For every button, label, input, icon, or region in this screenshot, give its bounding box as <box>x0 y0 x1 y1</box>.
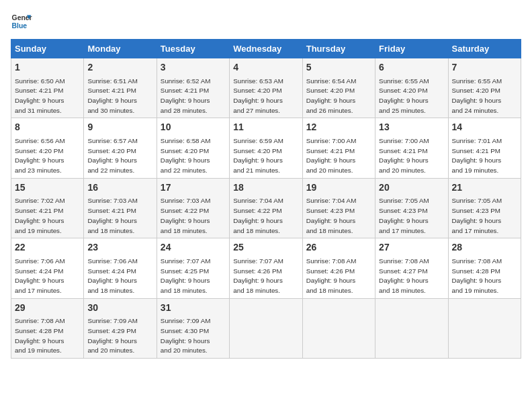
day-number: 6 <box>379 61 444 75</box>
weekday-header-thursday: Thursday <box>302 40 375 58</box>
day-cell-28: 28Sunrise: 7:08 AMSunset: 4:28 PMDayligh… <box>448 238 521 298</box>
day-info: Sunrise: 7:00 AMSunset: 4:21 PMDaylight:… <box>306 137 357 174</box>
svg-text:Blue: Blue <box>12 22 28 30</box>
day-number: 26 <box>306 241 371 255</box>
day-cell-7: 7Sunrise: 6:55 AMSunset: 4:20 PMDaylight… <box>448 58 521 118</box>
logo-icon: General Blue <box>11 11 32 32</box>
day-cell-8: 8Sunrise: 6:56 AMSunset: 4:20 PMDaylight… <box>11 118 84 178</box>
day-number: 14 <box>452 121 517 134</box>
day-info: Sunrise: 7:02 AMSunset: 4:21 PMDaylight:… <box>15 197 65 234</box>
day-info: Sunrise: 7:03 AMSunset: 4:22 PMDaylight:… <box>161 197 211 234</box>
day-cell-30: 30Sunrise: 7:09 AMSunset: 4:29 PMDayligh… <box>84 298 157 358</box>
day-info: Sunrise: 6:52 AMSunset: 4:21 PMDaylight:… <box>161 77 211 114</box>
day-cell-15: 15Sunrise: 7:02 AMSunset: 4:21 PMDayligh… <box>11 178 84 238</box>
day-cell-2: 2Sunrise: 6:51 AMSunset: 4:21 PMDaylight… <box>84 58 157 118</box>
day-number: 9 <box>87 121 152 134</box>
day-number: 22 <box>15 241 80 255</box>
day-cell-24: 24Sunrise: 7:07 AMSunset: 4:25 PMDayligh… <box>157 238 229 298</box>
calendar-table: SundayMondayTuesdayWednesdayThursdayFrid… <box>11 39 521 359</box>
calendar-week-row: 8Sunrise: 6:56 AMSunset: 4:20 PMDaylight… <box>11 118 521 178</box>
day-number: 11 <box>233 121 298 134</box>
day-info: Sunrise: 6:57 AMSunset: 4:20 PMDaylight:… <box>87 137 138 174</box>
day-info: Sunrise: 7:08 AMSunset: 4:28 PMDaylight:… <box>15 317 65 354</box>
day-cell-1: 1Sunrise: 6:50 AMSunset: 4:21 PMDaylight… <box>11 58 84 118</box>
day-info: Sunrise: 7:06 AMSunset: 4:24 PMDaylight:… <box>87 257 138 294</box>
day-number: 13 <box>379 121 444 134</box>
day-info: Sunrise: 6:54 AMSunset: 4:20 PMDaylight:… <box>306 77 357 114</box>
day-info: Sunrise: 6:56 AMSunset: 4:20 PMDaylight:… <box>15 137 65 174</box>
day-cell-13: 13Sunrise: 7:00 AMSunset: 4:21 PMDayligh… <box>375 118 448 178</box>
day-cell-27: 27Sunrise: 7:08 AMSunset: 4:27 PMDayligh… <box>375 238 448 298</box>
calendar-week-row: 15Sunrise: 7:02 AMSunset: 4:21 PMDayligh… <box>11 178 521 238</box>
day-cell-14: 14Sunrise: 7:01 AMSunset: 4:21 PMDayligh… <box>448 118 521 178</box>
day-info: Sunrise: 6:58 AMSunset: 4:20 PMDaylight:… <box>161 137 211 174</box>
day-number: 3 <box>161 61 226 75</box>
day-number: 27 <box>379 241 444 255</box>
day-number: 20 <box>379 181 444 195</box>
day-info: Sunrise: 7:03 AMSunset: 4:21 PMDaylight:… <box>87 197 138 234</box>
day-number: 19 <box>306 181 371 195</box>
day-cell-29: 29Sunrise: 7:08 AMSunset: 4:28 PMDayligh… <box>11 298 84 358</box>
weekday-header-sunday: Sunday <box>11 40 84 58</box>
day-info: Sunrise: 7:07 AMSunset: 4:26 PMDaylight:… <box>233 257 283 294</box>
day-info: Sunrise: 6:59 AMSunset: 4:20 PMDaylight:… <box>233 137 283 174</box>
day-cell-4: 4Sunrise: 6:53 AMSunset: 4:20 PMDaylight… <box>230 58 302 118</box>
day-cell-11: 11Sunrise: 6:59 AMSunset: 4:20 PMDayligh… <box>230 118 302 178</box>
empty-day-cell <box>375 298 448 358</box>
day-number: 18 <box>233 181 298 195</box>
page-header: General Blue <box>11 11 521 32</box>
day-cell-10: 10Sunrise: 6:58 AMSunset: 4:20 PMDayligh… <box>157 118 229 178</box>
day-cell-25: 25Sunrise: 7:07 AMSunset: 4:26 PMDayligh… <box>230 238 302 298</box>
day-number: 1 <box>15 61 80 75</box>
day-number: 30 <box>87 302 152 315</box>
day-cell-5: 5Sunrise: 6:54 AMSunset: 4:20 PMDaylight… <box>302 58 375 118</box>
day-cell-17: 17Sunrise: 7:03 AMSunset: 4:22 PMDayligh… <box>157 178 229 238</box>
empty-day-cell <box>448 298 521 358</box>
day-info: Sunrise: 7:09 AMSunset: 4:29 PMDaylight:… <box>87 317 138 354</box>
day-number: 31 <box>161 302 226 315</box>
day-cell-3: 3Sunrise: 6:52 AMSunset: 4:21 PMDaylight… <box>157 58 229 118</box>
day-cell-9: 9Sunrise: 6:57 AMSunset: 4:20 PMDaylight… <box>84 118 157 178</box>
day-number: 4 <box>233 61 298 75</box>
day-info: Sunrise: 7:04 AMSunset: 4:23 PMDaylight:… <box>306 197 357 234</box>
weekday-header-row: SundayMondayTuesdayWednesdayThursdayFrid… <box>11 40 521 58</box>
calendar-week-row: 22Sunrise: 7:06 AMSunset: 4:24 PMDayligh… <box>11 238 521 298</box>
day-cell-12: 12Sunrise: 7:00 AMSunset: 4:21 PMDayligh… <box>302 118 375 178</box>
day-info: Sunrise: 6:55 AMSunset: 4:20 PMDaylight:… <box>452 77 502 114</box>
day-info: Sunrise: 7:08 AMSunset: 4:27 PMDaylight:… <box>379 257 429 294</box>
calendar-week-row: 1Sunrise: 6:50 AMSunset: 4:21 PMDaylight… <box>11 58 521 118</box>
day-info: Sunrise: 7:06 AMSunset: 4:24 PMDaylight:… <box>15 257 65 294</box>
day-cell-20: 20Sunrise: 7:05 AMSunset: 4:23 PMDayligh… <box>375 178 448 238</box>
day-cell-21: 21Sunrise: 7:05 AMSunset: 4:23 PMDayligh… <box>448 178 521 238</box>
day-number: 15 <box>15 181 80 195</box>
day-info: Sunrise: 7:00 AMSunset: 4:21 PMDaylight:… <box>379 137 429 174</box>
weekday-header-monday: Monday <box>84 40 157 58</box>
empty-day-cell <box>302 298 375 358</box>
day-info: Sunrise: 7:08 AMSunset: 4:26 PMDaylight:… <box>306 257 357 294</box>
calendar-week-row: 29Sunrise: 7:08 AMSunset: 4:28 PMDayligh… <box>11 298 521 358</box>
day-cell-26: 26Sunrise: 7:08 AMSunset: 4:26 PMDayligh… <box>302 238 375 298</box>
day-info: Sunrise: 7:07 AMSunset: 4:25 PMDaylight:… <box>161 257 211 294</box>
day-number: 7 <box>452 61 517 75</box>
weekday-header-wednesday: Wednesday <box>230 40 302 58</box>
day-info: Sunrise: 7:05 AMSunset: 4:23 PMDaylight:… <box>452 197 502 234</box>
empty-day-cell <box>230 298 302 358</box>
day-number: 16 <box>87 181 152 195</box>
day-number: 5 <box>306 61 371 75</box>
day-number: 29 <box>15 302 80 315</box>
day-info: Sunrise: 6:50 AMSunset: 4:21 PMDaylight:… <box>15 77 65 114</box>
day-cell-31: 31Sunrise: 7:09 AMSunset: 4:30 PMDayligh… <box>157 298 229 358</box>
day-number: 25 <box>233 241 298 255</box>
day-number: 28 <box>452 241 517 255</box>
day-number: 8 <box>15 121 80 134</box>
day-number: 23 <box>87 241 152 255</box>
day-cell-19: 19Sunrise: 7:04 AMSunset: 4:23 PMDayligh… <box>302 178 375 238</box>
day-cell-22: 22Sunrise: 7:06 AMSunset: 4:24 PMDayligh… <box>11 238 84 298</box>
day-info: Sunrise: 6:55 AMSunset: 4:20 PMDaylight:… <box>379 77 429 114</box>
day-number: 2 <box>87 61 152 75</box>
day-cell-6: 6Sunrise: 6:55 AMSunset: 4:20 PMDaylight… <box>375 58 448 118</box>
day-number: 21 <box>452 181 517 195</box>
day-cell-16: 16Sunrise: 7:03 AMSunset: 4:21 PMDayligh… <box>84 178 157 238</box>
day-number: 24 <box>161 241 226 255</box>
day-cell-23: 23Sunrise: 7:06 AMSunset: 4:24 PMDayligh… <box>84 238 157 298</box>
